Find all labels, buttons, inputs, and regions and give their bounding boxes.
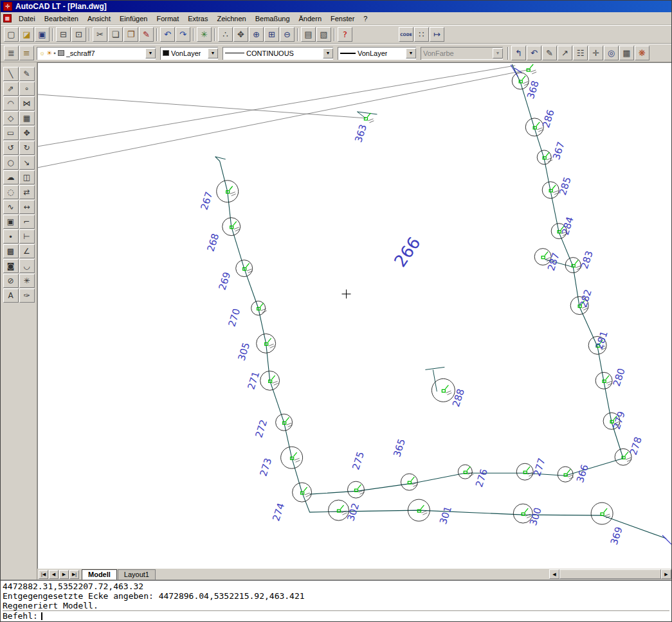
- color-combo-arrow[interactable]: ▼: [208, 48, 218, 58]
- menu-help[interactable]: ?: [359, 13, 372, 24]
- help-button[interactable]: ?: [338, 27, 352, 42]
- polygon-tool[interactable]: ◇: [3, 111, 19, 125]
- scale-tool[interactable]: ↘: [19, 156, 35, 170]
- undo-button[interactable]: ↶: [160, 27, 175, 42]
- text-tool[interactable]: A: [3, 289, 19, 303]
- menu-ansicht[interactable]: Ansicht: [83, 13, 115, 24]
- lengthen-tool[interactable]: ↔: [19, 200, 35, 214]
- fillet-tool[interactable]: ◡: [19, 259, 35, 273]
- tracking-button[interactable]: ∴: [218, 27, 233, 42]
- region-tool[interactable]: ◙: [3, 259, 19, 273]
- trim-tool[interactable]: ⌐: [19, 215, 35, 229]
- app-icon[interactable]: ✛: [3, 2, 12, 11]
- document-icon[interactable]: ▦: [3, 14, 12, 22]
- construction-line-tool[interactable]: ⇗: [3, 82, 19, 96]
- save-button[interactable]: ▣: [35, 27, 50, 42]
- revision-cloud-tool[interactable]: ☁: [3, 170, 19, 184]
- zoom-realtime-button[interactable]: ⊕: [249, 27, 264, 42]
- ellipse-tool[interactable]: ◌: [3, 185, 19, 199]
- menu-bemaßung[interactable]: Bemaßung: [251, 13, 295, 24]
- menu-datei[interactable]: Datei: [14, 13, 40, 24]
- menu-fenster[interactable]: Fenster: [326, 13, 359, 24]
- extend-tool[interactable]: ⊢: [19, 229, 35, 244]
- scrollbar-thumb[interactable]: [559, 569, 661, 579]
- point-tool[interactable]: ∙: [3, 229, 19, 244]
- array-tool[interactable]: ▦: [19, 111, 35, 125]
- layer-previous-button[interactable]: ↶: [527, 46, 541, 60]
- horizontal-scrollbar[interactable]: ◀ ▶: [549, 569, 671, 579]
- layer-combo[interactable]: ☼☀▪ _schraff7 ▼: [37, 47, 156, 60]
- insert-hyperlink-button[interactable]: ✳: [197, 27, 212, 42]
- zoom-previous-button[interactable]: ⊖: [280, 27, 295, 42]
- menu-einfügen[interactable]: Einfügen: [115, 13, 152, 24]
- new-button[interactable]: ▢: [4, 27, 19, 42]
- tab-modell[interactable]: Modell: [82, 569, 117, 580]
- command-prompt-row[interactable]: Befehl:: [3, 610, 669, 621]
- layers-button[interactable]: ≣: [4, 46, 19, 60]
- drawing-svg[interactable]: 2663632672682692703052712722732743023013…: [38, 63, 671, 569]
- color-combo[interactable]: VonLayer ▼: [160, 47, 218, 60]
- drawing-area[interactable]: 2663632672682692703052712722732743023013…: [37, 62, 671, 569]
- tab-last-button[interactable]: ▶|: [69, 570, 79, 579]
- run-script-button[interactable]: ↦: [430, 27, 444, 42]
- cut-button[interactable]: ✂: [93, 27, 107, 42]
- lineweight-combo-arrow[interactable]: ▼: [406, 48, 416, 58]
- draworder-button[interactable]: ✎: [542, 46, 557, 60]
- menu-extras[interactable]: Extras: [183, 13, 212, 24]
- tab-layout1[interactable]: Layout1: [118, 569, 156, 580]
- make-object-layer-current-button[interactable]: ↰: [511, 46, 526, 60]
- settings-button[interactable]: ❋: [635, 46, 649, 60]
- list-button[interactable]: ☷: [573, 46, 588, 60]
- command-window[interactable]: 4472882.31,5352207.72,463.32Entgegengese…: [1, 580, 671, 621]
- code-button[interactable]: CODE: [399, 27, 413, 42]
- linetype-combo-arrow[interactable]: ▼: [323, 48, 333, 58]
- erase-tool[interactable]: ⊘: [3, 274, 19, 288]
- open-button[interactable]: ◪: [19, 27, 34, 42]
- menu-zeichnen[interactable]: Zeichnen: [212, 13, 250, 24]
- spline-tool[interactable]: ∿: [3, 200, 19, 214]
- print-button[interactable]: ⊟: [56, 27, 71, 42]
- sketch-tool[interactable]: ✎: [19, 67, 35, 81]
- insert-block-tool[interactable]: ▣: [3, 215, 19, 229]
- redo-button[interactable]: ↷: [176, 27, 190, 42]
- properties-button[interactable]: ▤: [301, 27, 316, 42]
- arc-3point-tool[interactable]: ↺: [3, 141, 19, 155]
- menu-format[interactable]: Format: [152, 13, 183, 24]
- scroll-right-button[interactable]: ▶: [661, 569, 671, 579]
- move-tool[interactable]: ✥: [19, 126, 35, 140]
- linetype-combo[interactable]: CONTINUOUS ▼: [222, 47, 333, 60]
- locate-point-button[interactable]: ✛: [588, 46, 603, 60]
- calculator-button[interactable]: ▦: [619, 46, 634, 60]
- rotate-tool[interactable]: ↻: [19, 141, 35, 155]
- explode-tool[interactable]: ✳: [19, 274, 35, 288]
- mirror-tool[interactable]: ⋈: [19, 96, 35, 111]
- tab-next-button[interactable]: ▶: [59, 570, 69, 579]
- layer-control-button[interactable]: ≡: [19, 46, 34, 60]
- distance-button[interactable]: ↗: [558, 46, 572, 60]
- tab-first-button[interactable]: |◀: [39, 570, 48, 579]
- lineweight-combo[interactable]: VonLayer ▼: [338, 47, 416, 60]
- offset-tool[interactable]: ◫: [19, 170, 35, 184]
- copy-button[interactable]: ❏: [108, 27, 123, 42]
- menu-ändern[interactable]: Ändern: [295, 13, 326, 24]
- designcenter-button[interactable]: ▧: [316, 27, 331, 42]
- menu-bearbeiten[interactable]: Bearbeiten: [40, 13, 83, 24]
- hatch-tool[interactable]: ▩: [3, 244, 19, 258]
- aerial-view-button[interactable]: ◎: [604, 46, 619, 60]
- paste-button[interactable]: ❐: [123, 27, 138, 42]
- circle-tool[interactable]: ○: [3, 156, 19, 170]
- line-tool[interactable]: ╲: [3, 67, 19, 81]
- match-properties-button[interactable]: ✎: [139, 27, 154, 42]
- stretch-tool[interactable]: ⇄: [19, 185, 35, 199]
- osnap-settings-button[interactable]: ∷: [414, 27, 429, 42]
- pan-button[interactable]: ✥: [233, 27, 248, 42]
- rectangle-tool[interactable]: ▭: [3, 126, 19, 140]
- scroll-left-button[interactable]: ◀: [549, 569, 559, 579]
- point-style-tool[interactable]: ∘: [19, 82, 35, 96]
- zoom-window-button[interactable]: ⊞: [264, 27, 279, 42]
- print-preview-button[interactable]: ⊡: [71, 27, 86, 42]
- layer-combo-arrow[interactable]: ▼: [145, 48, 156, 58]
- arc-tool[interactable]: ◠: [3, 96, 19, 111]
- paintbrush-tool[interactable]: ✑: [19, 289, 35, 303]
- tab-prev-button[interactable]: ◀: [49, 570, 59, 579]
